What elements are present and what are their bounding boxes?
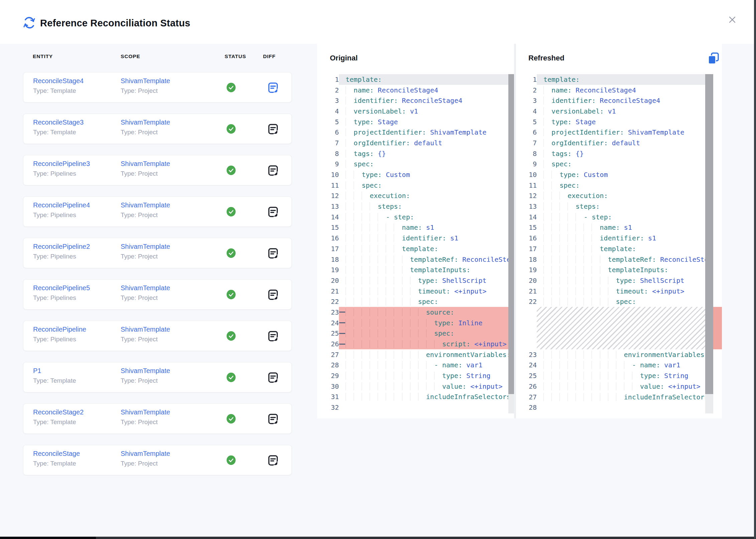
original-code-editor[interactable]: 1template:2 name: ReconcileStage43 ident…	[318, 74, 514, 413]
code-line: 21 timeout: <+input>	[516, 286, 713, 297]
code-line: 18 templateRef: ReconcileSte	[318, 254, 514, 265]
entity-link[interactable]: ReconcileStage2	[33, 408, 84, 416]
line-number: 22	[516, 296, 537, 307]
scope-type-label: Type: Project	[121, 129, 158, 136]
line-content: type: String	[339, 370, 514, 381]
diff-change-marker	[713, 307, 722, 349]
code-line: 13 steps:	[318, 201, 514, 212]
scope-link[interactable]: ShivamTemplate	[121, 119, 170, 126]
hatch-body	[537, 307, 713, 349]
scope-link[interactable]: ShivamTemplate	[121, 408, 170, 416]
entity-link[interactable]: ReconcileStage3	[33, 119, 84, 126]
code-line: 17 template:	[318, 243, 514, 254]
line-number: 4	[318, 106, 339, 117]
line-content: spec:	[339, 180, 514, 191]
scope-link[interactable]: ShivamTemplate	[121, 160, 170, 168]
refreshed-code-editor[interactable]: 1template:2 name: ReconcileStage43 ident…	[516, 74, 713, 413]
code-line: 2 name: ReconcileStage4	[318, 85, 514, 96]
code-line: 5 type: Stage	[516, 117, 713, 127]
line-content: templateRef: ReconcileSte	[339, 254, 514, 265]
diff-document-icon[interactable]	[267, 289, 279, 301]
diff-document-icon[interactable]	[267, 455, 279, 466]
entity-type-label: Type: Pipelines	[33, 336, 76, 343]
taskbar-sliver	[0, 537, 756, 539]
line-number: 8	[516, 148, 537, 159]
line-number: 24	[516, 360, 537, 371]
line-number: 5	[318, 117, 339, 127]
line-number: 32	[318, 402, 339, 413]
line-number: 17	[516, 243, 537, 254]
window-edge	[754, 0, 756, 539]
line-number: 12	[516, 191, 537, 201]
code-line: 23 environmentVariables:	[516, 349, 713, 360]
diff-viewer: Original Refreshed 1template:2 name: Rec…	[317, 44, 722, 418]
code-line: 31 includeInfraSelectors	[318, 392, 514, 402]
scope-link[interactable]: ShivamTemplate	[121, 450, 170, 458]
diff-document-icon[interactable]	[267, 165, 279, 176]
code-line: 20 type: ShellScript	[318, 275, 514, 286]
code-line: 3 identifier: ReconcileStage4	[516, 95, 713, 106]
entity-link[interactable]: P1	[33, 367, 41, 375]
copy-icon[interactable]	[707, 52, 721, 66]
scope-link[interactable]: ShivamTemplate	[121, 326, 170, 333]
line-number: 23	[516, 349, 537, 360]
line-content: execution:	[537, 191, 713, 201]
code-line: 19 templateInputs:	[318, 264, 514, 275]
table-row: P1Type: TemplateShivamTemplateType: Proj…	[23, 362, 292, 392]
entity-link[interactable]: ReconcilePipeline4	[33, 201, 90, 209]
scope-link[interactable]: ShivamTemplate	[121, 243, 170, 250]
close-icon[interactable]	[725, 12, 740, 27]
line-content: steps:	[339, 201, 514, 212]
line-content: orgIdentifier: default	[339, 138, 514, 148]
line-number: 29	[318, 370, 339, 381]
scope-type-label: Type: Project	[121, 211, 158, 219]
diff-document-icon[interactable]	[267, 413, 279, 425]
code-line: 29 type: String	[318, 370, 514, 381]
line-content: spec:	[537, 180, 713, 191]
entity-link[interactable]: ReconcilePipeline5	[33, 284, 90, 292]
line-number: 27	[516, 392, 537, 402]
code-line: 22 spec:	[516, 296, 713, 307]
original-scrollbar-thumb[interactable]	[508, 74, 514, 394]
entity-link[interactable]: ReconcileStage	[33, 450, 80, 458]
scope-link[interactable]: ShivamTemplate	[121, 284, 170, 292]
entity-link[interactable]: ReconcilePipeline2	[33, 243, 90, 250]
line-content: spec:	[339, 159, 514, 170]
scope-link[interactable]: ShivamTemplate	[121, 367, 170, 375]
reference-reconciliation-modal: Reference Reconciliation Status ENTITY S…	[0, 0, 756, 539]
line-number: 10	[516, 169, 537, 180]
line-number: 11	[516, 180, 537, 191]
code-line: 21 timeout: <+input>	[318, 286, 514, 297]
code-line: 9 spec:	[516, 159, 713, 170]
line-content: includeInfraSelectors	[339, 392, 514, 402]
diff-document-icon[interactable]	[267, 123, 279, 135]
line-number: 11	[318, 180, 339, 191]
scope-link[interactable]: ShivamTemplate	[121, 77, 170, 85]
refreshed-pane-title: Refreshed	[528, 54, 564, 62]
line-content: versionLabel: v1	[339, 106, 514, 117]
line-number: 3	[318, 95, 339, 106]
scope-type-label: Type: Project	[121, 253, 158, 260]
refreshed-scrollbar-thumb[interactable]	[705, 74, 713, 394]
scope-link[interactable]: ShivamTemplate	[121, 201, 170, 209]
line-number: 16	[318, 233, 339, 243]
line-content: type: Custom	[537, 169, 713, 180]
diff-document-icon[interactable]	[267, 82, 279, 94]
code-line: 17 template:	[516, 243, 713, 254]
diff-document-icon[interactable]	[267, 372, 279, 383]
table-row: ReconcilePipeline4Type: PipelinesShivamT…	[23, 196, 292, 227]
refreshed-scrollbar	[705, 74, 713, 413]
diff-document-icon[interactable]	[267, 206, 279, 218]
entity-link[interactable]: ReconcilePipeline3	[33, 160, 90, 168]
diff-document-icon[interactable]	[267, 330, 279, 342]
line-content: type: String	[537, 370, 713, 381]
removed-line-dash	[339, 344, 345, 345]
line-number: 7	[318, 138, 339, 148]
code-line: 6 projectIdentifier: ShivamTemplate	[318, 127, 514, 138]
line-content: type: Inline	[339, 318, 514, 328]
diff-document-icon[interactable]	[267, 247, 279, 259]
overview-ruler	[713, 74, 722, 413]
entity-link[interactable]: ReconcileStage4	[33, 77, 84, 85]
line-number: 2	[318, 85, 339, 96]
entity-link[interactable]: ReconcilePipeline	[33, 326, 86, 333]
